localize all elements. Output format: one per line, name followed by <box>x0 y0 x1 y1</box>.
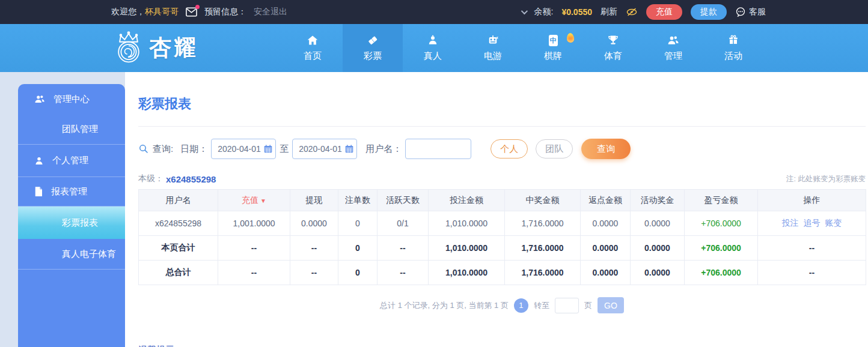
col-bet-amount: 投注金额 <box>429 190 505 211</box>
report-icon <box>34 186 43 197</box>
page-title: 彩票报表 <box>138 95 868 113</box>
pagination-summary: 总计 1 个记录, 分为 1 页, 当前第 1 页 <box>380 300 509 311</box>
col-win-amount: 中奖金额 <box>505 190 581 211</box>
query-label: 查询: <box>153 143 173 155</box>
nav-item-live[interactable]: 真人 <box>403 24 463 72</box>
go-button[interactable]: GO <box>598 297 624 313</box>
notification-dot <box>195 5 200 9</box>
eye-slash-icon[interactable] <box>626 7 638 17</box>
customer-service-button[interactable]: 客服 <box>735 7 766 17</box>
reserved-info-label: 预留信息： <box>204 7 246 17</box>
logout-link[interactable]: 安全退出 <box>254 7 287 17</box>
nav-item-promotions[interactable]: 活动 <box>703 24 763 72</box>
level-label: 本级： <box>138 174 164 184</box>
main-navbar: 杏耀 首页 彩票 真人 电游 中 棋牌 <box>0 24 868 72</box>
col-username: 用户名 <box>139 190 218 211</box>
team-icon <box>34 94 46 104</box>
date-to-picker[interactable] <box>292 139 357 159</box>
to-label: 至 <box>280 143 289 155</box>
brand-name: 杏耀 <box>149 33 198 63</box>
query-submit-button[interactable]: 查询 <box>581 139 631 159</box>
report-table: 用户名 充值▼ 提现 注单数 活跃天数 投注金额 中奖金额 返点金额 活动奖金 … <box>138 189 866 285</box>
main-panel: 彩票报表 查询: 日期： 至 用户名： <box>125 72 868 347</box>
col-profit-amount: 盈亏金额 <box>685 190 758 211</box>
grand-total-row: 总合计 -- -- 0 -- 1,010.0000 1,716.0000 0.0… <box>139 261 866 285</box>
sidebar-divider <box>18 269 125 270</box>
ticket-icon <box>367 34 379 46</box>
chase-link[interactable]: 追号 <box>804 218 821 228</box>
refresh-balance-link[interactable]: 刷新 <box>601 7 617 17</box>
sidebar-item-admin-center[interactable]: 管理中心 <box>18 84 125 114</box>
hot-flame-icon <box>566 33 574 43</box>
sidebar-item-report-manage[interactable]: 报表管理 <box>18 177 125 206</box>
page-unit-label: 页 <box>584 300 592 311</box>
nav-item-home[interactable]: 首页 <box>283 24 343 72</box>
level-account-link[interactable]: x624855298 <box>166 174 216 184</box>
home-icon <box>307 34 319 46</box>
table-note: 注: 此处账变为彩票账变 <box>786 174 866 184</box>
nav-item-sports[interactable]: 体育 <box>583 24 643 72</box>
calendar-icon <box>263 144 273 154</box>
sidebar-item-lottery-report[interactable]: 彩票报表 <box>18 207 125 239</box>
username-label: 用户名： <box>365 143 402 155</box>
recharge-button[interactable]: 充值 <box>646 4 682 20</box>
welcome-text: 欢迎您，杯具哥哥 <box>111 7 179 17</box>
page-total-row: 本页合计 -- -- 0 -- 1,010.0000 1,716.0000 0.… <box>139 236 866 261</box>
col-withdraw: 提现 <box>290 190 338 211</box>
col-bet-count: 注单数 <box>338 190 377 211</box>
sidebar-item-team-manage[interactable]: 团队管理 <box>18 114 125 144</box>
team-scope-button[interactable]: 团队 <box>536 139 573 158</box>
nav-item-egames[interactable]: 电游 <box>463 24 523 72</box>
personal-scope-button[interactable]: 个人 <box>491 139 528 158</box>
nav-item-lottery[interactable]: 彩票 <box>343 24 403 72</box>
sort-desc-icon: ▼ <box>260 198 266 204</box>
team-icon <box>667 34 680 46</box>
divider <box>138 126 866 127</box>
mahjong-tile-icon: 中 <box>549 34 558 46</box>
page-1-button[interactable]: 1 <box>514 298 528 313</box>
col-actions: 操作 <box>758 190 866 211</box>
gift-icon <box>727 34 739 46</box>
search-icon <box>138 143 149 154</box>
table-header-row: 用户名 充值▼ 提现 注单数 活跃天数 投注金额 中奖金额 返点金额 活动奖金 … <box>139 190 866 211</box>
trophy-icon <box>607 34 619 46</box>
slot-machine-icon <box>487 34 499 46</box>
chat-bubble-icon <box>735 7 746 17</box>
goto-page-input[interactable] <box>555 298 579 313</box>
date-to-input[interactable] <box>299 144 344 154</box>
cell-username: x624855298 <box>139 211 218 236</box>
brand-logo[interactable]: 杏耀 <box>112 31 198 65</box>
sidebar-item-personal-manage[interactable]: 个人管理 <box>18 145 125 177</box>
nav-item-board-games[interactable]: 中 棋牌 <box>523 24 583 72</box>
account-change-link[interactable]: 账变 <box>825 218 842 228</box>
topbar: 欢迎您，杯具哥哥 预留信息： 安全退出 余额: ¥0.0550 刷新 充值 提款… <box>0 0 868 24</box>
username-input[interactable] <box>405 139 471 159</box>
goto-label: 转至 <box>534 300 549 311</box>
withdraw-button[interactable]: 提款 <box>691 4 727 20</box>
cell-actions: 投注 追号 账变 <box>758 211 866 236</box>
level-row: 本级： x624855298 注: 此处账变为彩票账变 <box>138 174 866 184</box>
col-active-days: 活跃天数 <box>377 190 429 211</box>
balance-value: ¥0.0550 <box>561 7 592 17</box>
col-recharge-sortable[interactable]: 充值▼ <box>218 190 290 211</box>
sidebar: 管理中心 团队管理 个人管理 报表管理 彩票报表 真人电子体育 <box>18 84 125 347</box>
mail-icon[interactable] <box>186 7 197 17</box>
col-bonus-amount: 活动奖金 <box>631 190 685 211</box>
chevron-down-icon[interactable] <box>521 8 527 14</box>
cell-profit: +706.0000 <box>685 211 758 236</box>
crown-crest-icon <box>112 31 145 65</box>
date-from-input[interactable] <box>218 144 263 154</box>
pagination: 总计 1 个记录, 分为 1 页, 当前第 1 页 1 转至 页 GO <box>138 297 866 313</box>
nav-item-manage[interactable]: 管理 <box>643 24 703 72</box>
user-icon <box>34 155 44 166</box>
col-rebate-amount: 返点金额 <box>581 190 631 211</box>
footer-tip: 温馨提示： <box>138 345 868 347</box>
table-row: x624855298 1,001.0000 0.0000 0 0/1 1,010… <box>139 211 866 236</box>
date-from-picker[interactable] <box>211 139 276 159</box>
search-filter-row: 查询: 日期： 至 用户名： 个人 团队 查询 <box>138 139 868 159</box>
live-person-icon <box>427 34 439 46</box>
sidebar-item-live-esports[interactable]: 真人电子体育 <box>18 239 125 269</box>
bets-link[interactable]: 投注 <box>782 218 799 228</box>
nav-menu: 首页 彩票 真人 电游 中 棋牌 <box>283 24 763 72</box>
balance-label: 余额: <box>534 7 554 17</box>
